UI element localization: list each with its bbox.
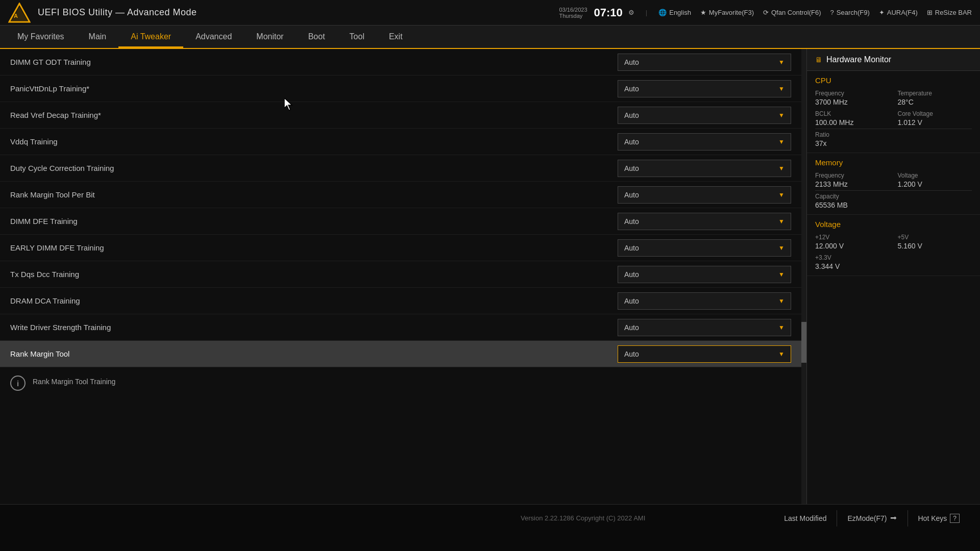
- table-row[interactable]: Tx Dqs Dcc Training Auto ▼: [0, 261, 801, 288]
- myfavorite-btn[interactable]: ★ MyFavorite(F3): [700, 9, 754, 16]
- hw-item: Voltage 1.200 V: [898, 172, 972, 188]
- hw-item: Frequency 3700 MHz: [815, 90, 890, 106]
- time-display: 07:10: [594, 6, 623, 19]
- nav-tabs: My Favorites Main Ai Tweaker Advanced Mo…: [0, 26, 980, 49]
- tab-my-favorites[interactable]: My Favorites: [5, 27, 77, 46]
- hw-divider: [815, 190, 972, 191]
- setting-dropdown-7[interactable]: Auto ▼: [618, 239, 791, 257]
- table-row[interactable]: DIMM GT ODT Training Auto ▼: [0, 49, 801, 76]
- setting-dropdown-3[interactable]: Auto ▼: [618, 133, 791, 151]
- day-line: Thursday: [559, 13, 587, 19]
- hw-item: +5V 5.160 V: [898, 234, 972, 250]
- setting-dropdown-1[interactable]: Auto ▼: [618, 80, 791, 97]
- settings-icon[interactable]: ⚙: [628, 9, 634, 16]
- table-row[interactable]: EARLY DIMM DFE Training Auto ▼: [0, 235, 801, 261]
- cpu-section-title: CPU: [815, 76, 972, 85]
- chevron-down-icon: ▼: [778, 244, 785, 252]
- tab-exit[interactable]: Exit: [377, 27, 415, 46]
- chevron-down-icon: ▼: [778, 191, 785, 198]
- last-modified-btn[interactable]: Last Modified: [774, 510, 837, 527]
- chevron-down-icon: ▼: [778, 218, 785, 225]
- memory-grid: Frequency 2133 MHz Voltage 1.200 V: [815, 172, 972, 188]
- table-row[interactable]: DIMM DFE Training Auto ▼: [0, 208, 801, 235]
- search-icon: ?: [830, 9, 834, 16]
- ezmode-btn[interactable]: EzMode(F7) ⮕: [837, 510, 908, 527]
- table-row[interactable]: Rank Margin Tool Per Bit Auto ▼: [0, 182, 801, 208]
- setting-label: Duty Cycle Correction Training: [10, 164, 618, 172]
- asus-logo: A: [8, 3, 31, 23]
- globe-icon: 🌐: [658, 9, 667, 16]
- memory-section-title: Memory: [815, 158, 972, 167]
- monitor-icon: 🖥: [815, 56, 822, 64]
- setting-dropdown-4[interactable]: Auto ▼: [618, 160, 791, 177]
- hw-item: Temperature 28°C: [898, 90, 972, 106]
- hw-item: BCLK 100.00 MHz: [815, 110, 890, 127]
- aura-btn[interactable]: ✦ AURA(F4): [879, 9, 918, 16]
- hot-keys-btn[interactable]: Hot Keys ?: [908, 510, 970, 527]
- setting-dropdown-10[interactable]: Auto ▼: [618, 319, 791, 336]
- setting-dropdown-9[interactable]: Auto ▼: [618, 292, 791, 310]
- header-bar: A UEFI BIOS Utility — Advanced Mode 03/1…: [0, 0, 980, 26]
- setting-dropdown-2[interactable]: Auto ▼: [618, 107, 791, 124]
- tab-advanced[interactable]: Advanced: [183, 27, 244, 46]
- app-title: UEFI BIOS Utility — Advanced Mode: [38, 7, 197, 18]
- table-row[interactable]: Read Vref Decap Training* Auto ▼: [0, 102, 801, 129]
- memory-section: Memory Frequency 2133 MHz Voltage 1.200 …: [807, 153, 980, 215]
- scrollbar-track[interactable]: [801, 49, 806, 504]
- hw-divider: [815, 129, 972, 129]
- hardware-monitor-panel: 🖥 Hardware Monitor CPU Frequency 3700 MH…: [806, 49, 980, 504]
- content-area: DIMM GT ODT Training Auto ▼ PanicVttDnLp…: [0, 49, 801, 504]
- setting-dropdown-5[interactable]: Auto ▼: [618, 186, 791, 204]
- hw-item: Capacity 65536 MB: [815, 193, 890, 209]
- table-row[interactable]: Duty Cycle Correction Training Auto ▼: [0, 155, 801, 182]
- arrow-right-icon: ⮕: [890, 514, 897, 522]
- setting-dropdown-0[interactable]: Auto ▼: [618, 54, 791, 71]
- hw-item: +3.3V 3.344 V: [815, 254, 890, 270]
- setting-dropdown-8[interactable]: Auto ▼: [618, 266, 791, 283]
- hw-monitor-header: 🖥 Hardware Monitor: [807, 49, 980, 71]
- tab-main[interactable]: Main: [77, 27, 119, 46]
- voltage-section-title: Voltage: [815, 220, 972, 229]
- tab-boot[interactable]: Boot: [296, 27, 337, 46]
- footer-actions: Last Modified EzMode(F7) ⮕ Hot Keys ?: [774, 510, 970, 527]
- table-row[interactable]: Write Driver Strength Training Auto ▼: [0, 314, 801, 341]
- search-btn[interactable]: ? Search(F9): [830, 9, 870, 16]
- cpu-section: CPU Frequency 3700 MHz Temperature 28°C …: [807, 71, 980, 153]
- table-row[interactable]: Vddq Training Auto ▼: [0, 129, 801, 155]
- date-line: 03/16/2023: [559, 7, 587, 13]
- hw-item: +12V 12.000 V: [815, 234, 890, 250]
- chevron-down-icon: ▼: [778, 271, 785, 278]
- setting-dropdown-11[interactable]: Auto ▼: [618, 345, 791, 363]
- table-row[interactable]: PanicVttDnLp Training* Auto ▼: [0, 76, 801, 102]
- setting-label: Vddq Training: [10, 137, 618, 146]
- chevron-down-icon: ▼: [778, 165, 785, 172]
- resizebar-btn[interactable]: ⊞ ReSize BAR: [927, 9, 972, 16]
- chevron-down-icon: ▼: [778, 350, 785, 358]
- hw-item: Ratio 37x: [815, 131, 890, 147]
- setting-dropdown-6[interactable]: Auto ▼: [618, 213, 791, 230]
- footer: Version 2.22.1286 Copyright (C) 2022 AMI…: [0, 504, 980, 532]
- chevron-down-icon: ▼: [778, 324, 785, 331]
- chevron-down-icon: ▼: [778, 112, 785, 119]
- qfan-btn[interactable]: ⟳ Qfan Control(F6): [763, 9, 821, 16]
- chevron-down-icon: ▼: [778, 138, 785, 145]
- table-row[interactable]: Rank Margin Tool Auto ▼: [0, 341, 801, 367]
- setting-label: Rank Margin Tool Per Bit: [10, 190, 618, 199]
- setting-label: Write Driver Strength Training: [10, 323, 618, 332]
- tab-monitor[interactable]: Monitor: [244, 27, 296, 46]
- setting-label: Read Vref Decap Training*: [10, 111, 618, 119]
- info-row: i Rank Margin Tool Training: [0, 367, 801, 399]
- setting-label: Rank Margin Tool: [10, 349, 618, 358]
- english-selector[interactable]: 🌐 English: [658, 9, 691, 16]
- info-text: Rank Margin Tool Training: [33, 375, 115, 386]
- datetime-display: 03/16/2023 Thursday 07:10 ⚙: [559, 6, 634, 19]
- setting-label: DIMM GT ODT Training: [10, 58, 618, 66]
- hw-item: Frequency 2133 MHz: [815, 172, 890, 188]
- table-row[interactable]: DRAM DCA Training Auto ▼: [0, 288, 801, 314]
- hw-monitor-title: Hardware Monitor: [826, 55, 891, 64]
- main-layout: DIMM GT ODT Training Auto ▼ PanicVttDnLp…: [0, 49, 980, 504]
- header-icons: 03/16/2023 Thursday 07:10 ⚙ | 🌐 English …: [559, 6, 972, 19]
- tab-tool[interactable]: Tool: [337, 27, 377, 46]
- tab-ai-tweaker[interactable]: Ai Tweaker: [118, 27, 183, 48]
- scrollbar-thumb[interactable]: [801, 322, 806, 363]
